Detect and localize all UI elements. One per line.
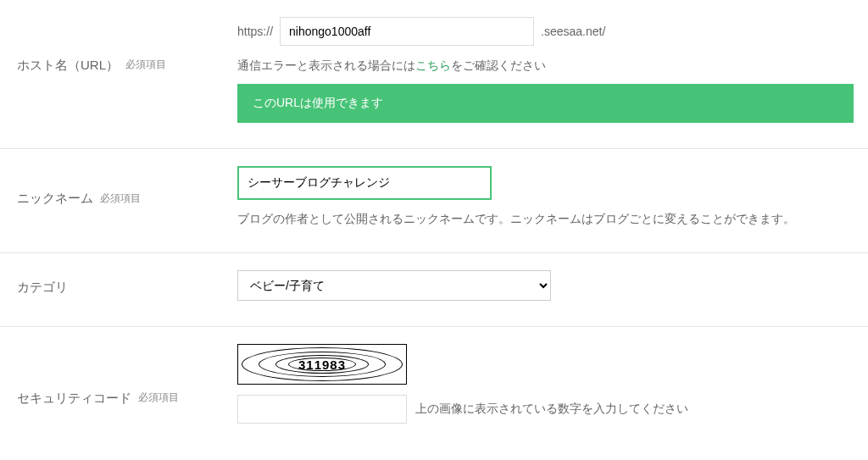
security-hint: 上の画像に表示されている数字を入力してください bbox=[415, 402, 688, 417]
label-col-url: ホスト名（URL） 必須項目 bbox=[17, 17, 237, 123]
label-col-security: セキュリティコード 必須項目 bbox=[17, 344, 237, 424]
input-col-nickname: ブログの作者として公開されるニックネームです。ニックネームはブログごとに変えるこ… bbox=[237, 166, 868, 227]
url-suffix: .seesaa.net/ bbox=[541, 25, 605, 38]
nickname-input[interactable] bbox=[237, 166, 492, 200]
row-category: カテゴリ ベビー/子育て bbox=[0, 253, 868, 327]
url-hint-link[interactable]: こちら bbox=[415, 58, 451, 72]
label-host-url: ホスト名（URL） bbox=[17, 58, 119, 74]
url-input-line: https:// .seesaa.net/ bbox=[237, 17, 854, 46]
url-prefix: https:// bbox=[237, 25, 273, 38]
required-badge: 必須項目 bbox=[100, 191, 141, 206]
row-host-url: ホスト名（URL） 必須項目 https:// .seesaa.net/ 通信エ… bbox=[0, 0, 868, 149]
row-security: セキュリティコード 必須項目 311983 上の画像に表示されている数字を入力し… bbox=[0, 327, 868, 449]
input-col-category: ベビー/子育て bbox=[237, 270, 868, 301]
label-security: セキュリティコード bbox=[17, 391, 131, 407]
label-col-category: カテゴリ bbox=[17, 270, 237, 301]
row-nickname: ニックネーム 必須項目 ブログの作者として公開されるニックネームです。ニックネー… bbox=[0, 149, 868, 253]
security-code-input[interactable] bbox=[237, 395, 407, 424]
category-select[interactable]: ベビー/子育て bbox=[237, 270, 551, 301]
label-nickname: ニックネーム bbox=[17, 191, 93, 207]
url-hint-before: 通信エラーと表示される場合には bbox=[237, 58, 415, 72]
captcha-input-row: 上の画像に表示されている数字を入力してください bbox=[237, 395, 851, 424]
required-badge: 必須項目 bbox=[138, 391, 179, 405]
url-hint-after: をご確認ください bbox=[451, 58, 546, 72]
host-url-input[interactable] bbox=[280, 17, 534, 46]
url-success-message: このURLは使用できます bbox=[237, 84, 854, 123]
submit-row: ブログを作る bbox=[0, 449, 868, 460]
captcha-code: 311983 bbox=[298, 357, 346, 372]
input-col-url: https:// .seesaa.net/ 通信エラーと表示される場合にはこちら… bbox=[237, 17, 868, 123]
label-category: カテゴリ bbox=[17, 280, 68, 296]
input-col-security: 311983 上の画像に表示されている数字を入力してください bbox=[237, 344, 868, 424]
nickname-hint: ブログの作者として公開されるニックネームです。ニックネームはブログごとに変えるこ… bbox=[237, 212, 851, 227]
url-hint: 通信エラーと表示される場合にはこちらをご確認ください bbox=[237, 58, 854, 74]
label-col-nickname: ニックネーム 必須項目 bbox=[17, 166, 237, 227]
captcha-image: 311983 bbox=[237, 344, 407, 385]
required-badge: 必須項目 bbox=[125, 58, 166, 72]
